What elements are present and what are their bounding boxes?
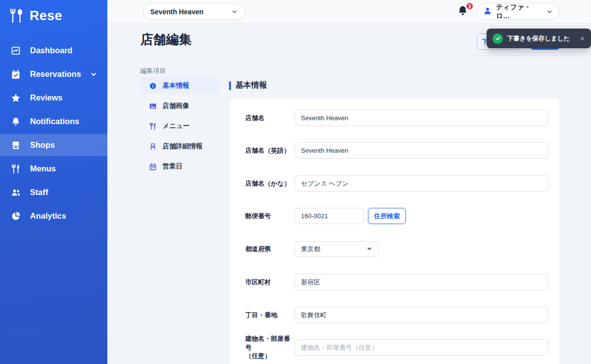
section-accent-bar bbox=[229, 81, 231, 90]
shop-name-english-input[interactable] bbox=[295, 142, 549, 159]
subnav-item-shop-details[interactable]: 店舗詳細情報 bbox=[140, 138, 219, 155]
subnav-item-label: 店舗画像 bbox=[163, 101, 189, 110]
sidebar-item-analytics[interactable]: Analytics bbox=[0, 205, 107, 227]
form-row-shop-name-en: 店舗名（英語） bbox=[245, 142, 549, 159]
sidebar-item-shops[interactable]: Shops bbox=[0, 134, 107, 156]
toast-message: 下書きを保存しました bbox=[507, 34, 570, 43]
sidebar-item-label: Dashboard bbox=[30, 46, 72, 55]
subnav-item-label: 基本情報 bbox=[163, 81, 189, 90]
city-input[interactable] bbox=[295, 274, 549, 290]
notifications-bell-button[interactable]: 3 bbox=[457, 5, 470, 18]
notification-count-badge: 3 bbox=[465, 2, 474, 10]
form-row-city: 市区町村 bbox=[245, 274, 549, 290]
sidebar: Rese Dashboard Reserv bbox=[0, 0, 107, 364]
toast-notification: 下書きを保存しました ✕ bbox=[487, 29, 591, 48]
utensils-logo-icon bbox=[9, 8, 25, 24]
postal-code-input[interactable] bbox=[295, 208, 363, 224]
subnav-item-label: メニュー bbox=[163, 122, 190, 131]
user-name: ティファ・ロ… bbox=[496, 3, 542, 21]
subnav-item-menu[interactable]: メニュー bbox=[140, 118, 219, 134]
sidebar-item-label: Staff bbox=[30, 188, 48, 197]
subnav-item-label: 営業日 bbox=[163, 162, 183, 171]
field-label: 市区町村 bbox=[245, 278, 295, 287]
header-divider bbox=[140, 56, 579, 56]
app-logo: Rese bbox=[0, 0, 107, 29]
sidebar-item-label: Shops bbox=[30, 140, 55, 150]
shop-name-input[interactable] bbox=[295, 110, 549, 126]
subnav-item-business-days[interactable]: 営業日 bbox=[140, 158, 219, 175]
sidebar-item-notifications[interactable]: Notifications bbox=[0, 110, 107, 132]
app-root: Rese Dashboard Reserv bbox=[0, 0, 591, 364]
utensils-icon bbox=[148, 123, 157, 130]
chevron-down-icon bbox=[231, 8, 238, 15]
caret-down-icon bbox=[367, 248, 372, 250]
sidebar-nav: Dashboard Reservations bbox=[0, 39, 107, 227]
topbar: Seventh Heaven 3 ティファ・ロ… bbox=[107, 0, 591, 23]
field-label: 店舗名（かな） bbox=[245, 179, 295, 188]
sidebar-item-label: Reviews bbox=[30, 93, 63, 102]
section-title: 基本情報 bbox=[235, 80, 267, 91]
form-row-street: 丁目・番地 bbox=[245, 307, 549, 323]
calendar-check-icon bbox=[10, 69, 22, 79]
prefecture-select[interactable]: 東京都 bbox=[295, 241, 378, 257]
field-label: 丁目・番地 bbox=[245, 311, 295, 320]
success-check-icon bbox=[492, 33, 503, 44]
field-label: 建物名・部屋番号（任意） bbox=[245, 334, 295, 361]
section-header: 基本情報 bbox=[229, 80, 267, 91]
sidebar-item-menus[interactable]: Menus bbox=[0, 158, 107, 180]
sidebar-item-dashboard[interactable]: Dashboard bbox=[0, 39, 107, 62]
sidebar-item-label: Menus bbox=[30, 164, 56, 173]
store-icon bbox=[10, 140, 22, 150]
sidebar-item-staff[interactable]: Staff bbox=[0, 181, 107, 203]
subnav-item-label: 店舗詳細情報 bbox=[163, 142, 202, 151]
chevron-down-icon[interactable] bbox=[90, 70, 98, 78]
basic-info-form-card: 店舗名 店舗名（英語） 店舗名（かな） 郵便番号 住所検索 都道府県 東京都 bbox=[229, 98, 560, 364]
utensils-icon bbox=[10, 164, 22, 174]
chart-pie-icon bbox=[10, 211, 22, 221]
close-icon[interactable]: ✕ bbox=[580, 35, 585, 42]
edit-sections-subnav: 基本情報 店舗画像 メニュー bbox=[140, 77, 219, 175]
field-label: 都道府県 bbox=[245, 245, 295, 254]
chair-icon bbox=[148, 143, 157, 150]
sidebar-item-label: Analytics bbox=[30, 211, 66, 221]
app-name: Rese bbox=[30, 8, 63, 24]
prefecture-value: 東京都 bbox=[301, 245, 320, 254]
shop-name-kana-input[interactable] bbox=[295, 175, 549, 192]
sidebar-item-label: Notifications bbox=[30, 117, 79, 126]
form-row-shop-name-kana: 店舗名（かな） bbox=[245, 175, 549, 192]
shop-selector-value: Seventh Heaven bbox=[150, 8, 203, 16]
subnav-item-shop-images[interactable]: 店舗画像 bbox=[140, 98, 219, 114]
address-search-button[interactable]: 住所検索 bbox=[368, 208, 406, 224]
bell-icon bbox=[10, 117, 22, 127]
sidebar-item-label: Reservations bbox=[30, 69, 81, 79]
subnav-label: 編集項目 bbox=[140, 66, 166, 75]
sidebar-item-reviews[interactable]: Reviews bbox=[0, 87, 107, 109]
sidebar-item-reservations[interactable]: Reservations bbox=[0, 63, 107, 85]
star-icon bbox=[10, 93, 22, 103]
field-label: 店舗名 bbox=[245, 114, 295, 123]
image-icon bbox=[148, 102, 157, 110]
page-title: 店舗編集 bbox=[140, 31, 192, 48]
calendar-days-icon bbox=[148, 163, 157, 170]
form-row-shop-name: 店舗名 bbox=[245, 110, 549, 126]
field-label: 郵便番号 bbox=[245, 212, 295, 221]
form-row-postal-code: 郵便番号 住所検索 bbox=[245, 208, 549, 224]
subnav-item-basic-info[interactable]: 基本情報 bbox=[140, 77, 219, 94]
building-input[interactable] bbox=[295, 339, 549, 356]
shop-selector-dropdown[interactable]: Seventh Heaven bbox=[143, 3, 245, 20]
street-input[interactable] bbox=[295, 307, 549, 323]
chart-line-icon bbox=[10, 46, 22, 56]
user-avatar-icon bbox=[483, 6, 492, 17]
form-row-prefecture: 都道府県 東京都 bbox=[245, 241, 549, 257]
form-row-building: 建物名・部屋番号（任意） bbox=[245, 339, 549, 356]
users-icon bbox=[10, 188, 22, 198]
main-content: 店舗編集 下書き保存 保存 下書きを保存しました ✕ 編集項目 基本情報 bbox=[107, 23, 591, 364]
info-circle-icon bbox=[148, 82, 157, 90]
field-label: 店舗名（英語） bbox=[245, 146, 295, 155]
chevron-down-icon bbox=[546, 8, 553, 15]
user-menu-dropdown[interactable]: ティファ・ロ… bbox=[477, 3, 559, 20]
